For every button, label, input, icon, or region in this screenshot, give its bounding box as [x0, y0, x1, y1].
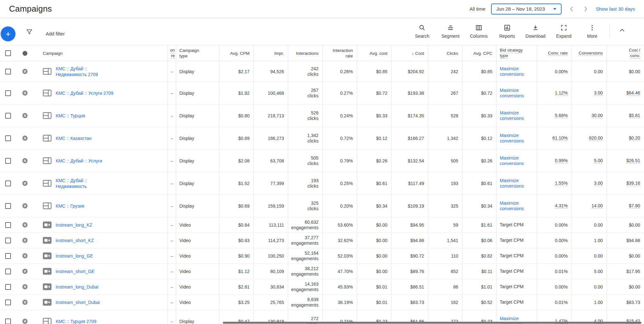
pause-status-icon[interactable]	[22, 135, 28, 141]
row-checkbox[interactable]	[5, 203, 11, 209]
collapse-table-button[interactable]	[613, 23, 631, 35]
pause-status-icon[interactable]	[22, 69, 28, 74]
campaign-link[interactable]: instream_short_GE	[56, 269, 95, 274]
row-checkbox[interactable]	[5, 181, 11, 186]
pause-status-icon[interactable]	[22, 158, 28, 163]
row-checkbox[interactable]	[5, 90, 11, 96]
status-circle-icon	[23, 51, 27, 56]
pause-status-icon[interactable]	[22, 319, 28, 324]
table-row: КМС :: Грузия – Display $0.69 159,159 32…	[0, 195, 644, 217]
bid-strategy-type-header[interactable]: Bid strategy type	[496, 45, 537, 61]
campaign-link[interactable]: КМС :: Дубай :: Услуги	[56, 158, 102, 164]
conversions-cell: 820.00	[572, 127, 607, 149]
video-campaign-icon	[43, 268, 52, 275]
impressions-header[interactable]: Impr.	[253, 45, 288, 61]
avg-cpm-cell: $0.89	[219, 127, 253, 149]
row-checkbox[interactable]	[5, 222, 11, 228]
campaign-link[interactable]: КМС :: Турция 2709	[56, 319, 96, 324]
campaign-link[interactable]: instream_long_GE	[56, 253, 93, 259]
bid-strategy-value[interactable]: Maximize conversions	[500, 201, 537, 211]
campaign-link[interactable]: КМС :: Дубай :: Недвижимость 2709	[56, 66, 98, 77]
interaction-rate-cell: 0.79%	[322, 150, 357, 172]
add-filter-button[interactable]: Add filter	[46, 31, 65, 36]
avg-cpc-header[interactable]: Avg. CPC	[462, 45, 496, 61]
bid-strategy-value[interactable]: Maximize conversions	[500, 88, 537, 99]
pause-status-icon[interactable]	[22, 284, 28, 290]
toolbar-columns-button[interactable]: Columns	[465, 23, 493, 39]
table-row: КМС :: Казахстан – Display $0.89 186,273…	[0, 127, 644, 150]
bid-strategy-value[interactable]: Maximize conversions	[500, 133, 537, 144]
previous-period-button[interactable]	[567, 5, 576, 13]
pause-status-icon[interactable]	[22, 269, 28, 274]
toolbar-reports-button[interactable]: Reports	[493, 23, 521, 39]
campaign-link[interactable]: instream_short_KZ	[56, 238, 94, 243]
row-checkbox[interactable]	[5, 113, 11, 119]
row-checkbox[interactable]	[5, 319, 11, 324]
cost-header[interactable]: ↓ Cost	[391, 45, 428, 61]
toolbar-more-button[interactable]: More	[578, 23, 606, 39]
campaign-link[interactable]: КМС :: Турция	[56, 113, 85, 119]
avg-cost-header[interactable]: Avg. cost	[357, 45, 391, 61]
pause-status-icon[interactable]	[22, 90, 28, 96]
campaign-type-cell: Video	[176, 217, 219, 232]
conv-rate-header[interactable]: Conv. rate	[537, 45, 572, 61]
avg-cpm-header[interactable]: Avg. CPM	[219, 45, 253, 61]
campaign-header[interactable]: Campaign	[34, 45, 167, 61]
bid-strategy-value[interactable]: Maximize conversions	[500, 110, 537, 121]
cost-per-conv-header[interactable]: Cost / conv.	[607, 45, 644, 61]
row-checkbox[interactable]	[5, 238, 11, 243]
pause-status-icon[interactable]	[22, 113, 28, 118]
row-checkbox[interactable]	[5, 269, 11, 274]
campaign-link[interactable]: КМС :: Дубай :: Недвижимость	[56, 178, 87, 189]
pause-status-icon[interactable]	[22, 222, 28, 228]
pause-status-icon[interactable]	[22, 238, 28, 243]
show-last-30-days-link[interactable]: Show last 30 days	[596, 6, 635, 12]
campaign-type-header[interactable]: Campaign type	[176, 45, 219, 61]
row-status-cell	[16, 233, 34, 248]
conversions-cell: 0.00	[572, 217, 607, 232]
row-checkbox[interactable]	[5, 135, 11, 141]
pause-status-icon[interactable]	[22, 203, 28, 209]
table-row: instream_short_KZ – Video $0.83 114,273 …	[0, 233, 644, 248]
campaign-link[interactable]: КМС :: Дубай :: Услуги 2709	[56, 90, 113, 96]
conversions-header[interactable]: Conversions	[572, 45, 607, 61]
bid-strategy-value[interactable]: Maximize conversions	[500, 178, 537, 189]
pause-status-icon[interactable]	[22, 253, 28, 259]
next-period-button[interactable]	[582, 5, 590, 13]
conversions-cell: 0.00	[572, 248, 607, 263]
select-all-checkbox[interactable]	[5, 50, 11, 56]
interaction-rate-cell: 0.25%	[322, 172, 357, 194]
avg-cost-cell: $0.00	[357, 264, 391, 279]
add-campaign-fab[interactable]: +	[1, 26, 15, 41]
bid-strategy-value[interactable]: Maximize conversions	[500, 66, 537, 77]
row-checkbox[interactable]	[5, 299, 11, 305]
pause-status-icon[interactable]	[22, 181, 28, 186]
interactions-cell: 193clicks	[288, 172, 322, 194]
row-checkbox[interactable]	[5, 284, 11, 290]
campaign-link[interactable]: instream_long_KZ	[56, 222, 92, 228]
row-checkbox[interactable]	[5, 69, 11, 74]
bid-strategy-value[interactable]: Maximize conversions	[500, 155, 537, 166]
bid-strategy-cell: Target CPM	[496, 295, 537, 310]
row-checkbox[interactable]	[5, 158, 11, 164]
date-range-picker[interactable]: Jun 28 – Nov 18, 2023	[491, 4, 562, 15]
filter-funnel-icon[interactable]	[26, 28, 33, 37]
avg-cpm-cell: $3.25	[219, 295, 253, 310]
clicks-header[interactable]: Clicks	[428, 45, 462, 61]
row-checkbox[interactable]	[5, 253, 11, 259]
interactions-header[interactable]: Interactions	[288, 45, 322, 61]
pause-status-icon[interactable]	[22, 299, 28, 305]
toolbar-segment-button[interactable]: Segment	[436, 23, 465, 39]
horizontal-scrollbar-thumb[interactable]	[223, 322, 641, 324]
toolbar-expand-button[interactable]: Expand	[550, 23, 578, 39]
row-select-cell	[0, 127, 16, 149]
campaign-link[interactable]: КМС :: Казахстан	[56, 135, 91, 141]
toolbar-search-button[interactable]: Search	[408, 23, 436, 39]
campaign-link[interactable]: instream_short_Dubai	[56, 299, 100, 305]
table-row: КМС :: Дубай :: Услуги 2709 – Display $1…	[0, 82, 644, 104]
optimization-score-header[interactable]: on re	[167, 45, 176, 61]
interaction-rate-header[interactable]: Interaction rate	[322, 45, 357, 61]
toolbar-download-button[interactable]: Download	[521, 23, 550, 39]
campaign-link[interactable]: instream_long_Dubai	[56, 284, 98, 290]
campaign-link[interactable]: КМС :: Грузия	[56, 203, 84, 209]
